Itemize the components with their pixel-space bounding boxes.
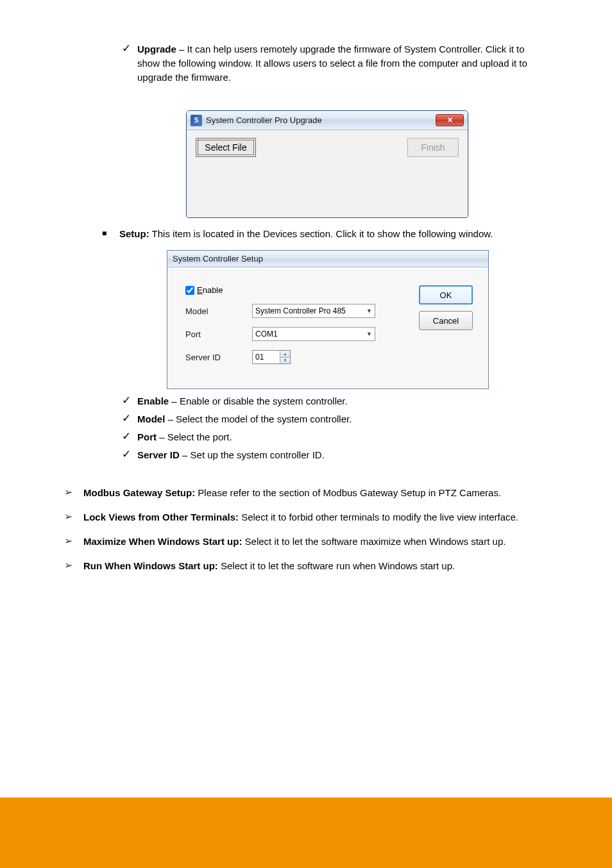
cancel-button[interactable]: Cancel: [419, 311, 473, 330]
setup-window-body: Enable Model System Controller Pro 485 ▼…: [167, 267, 488, 388]
label-model: Model: [185, 306, 252, 316]
stepper-down-icon[interactable]: ▼: [280, 358, 290, 364]
list-item-port: ✓ Port – Select the port.: [122, 430, 548, 444]
model-select[interactable]: System Controller Pro 485 ▼: [252, 304, 375, 318]
arrow-icon: ➢: [64, 485, 83, 499]
upgrade-titlebar: S System Controller Pro Upgrade ✕: [187, 111, 468, 130]
footer-bar: [0, 797, 612, 868]
arrow-icon: ➢: [64, 510, 83, 524]
list-item-enable: ✓ Enable – Enable or disable the system …: [122, 394, 548, 408]
check-icon: ✓: [122, 412, 137, 425]
server-id-value: 01: [253, 351, 280, 363]
setup-text: Setup: This item is located in the Devic…: [119, 227, 493, 241]
select-file-button[interactable]: Select File: [196, 138, 256, 157]
port-select-value: COM1: [255, 330, 278, 338]
close-button[interactable]: ✕: [436, 114, 464, 126]
upgrade-text: Upgrade – It can help users remotely upg…: [137, 42, 548, 85]
arrow-icon: ➢: [64, 534, 83, 548]
check-icon: ✓: [122, 448, 137, 461]
label-port: Port: [185, 330, 252, 339]
list-item-run: ➢ Run When Windows Start up: Select it t…: [64, 558, 548, 574]
check-icon: ✓: [122, 42, 137, 55]
server-id-stepper[interactable]: 01 ▲ ▼: [252, 350, 291, 364]
list-item-model: ✓ Model – Select the model of the system…: [122, 412, 548, 426]
close-icon: ✕: [447, 116, 453, 124]
finish-button: Finish: [407, 138, 459, 157]
chevron-down-icon: ▼: [366, 308, 372, 314]
app-icon: S: [191, 115, 202, 126]
list-item-maximize: ➢ Maximize When Windows Start up: Select…: [64, 534, 548, 549]
upgrade-window: S System Controller Pro Upgrade ✕ Select…: [186, 110, 468, 218]
stepper-up-icon[interactable]: ▲: [280, 351, 290, 358]
port-select[interactable]: COM1 ▼: [252, 327, 375, 341]
square-bullet-icon: ■: [100, 227, 119, 240]
enable-checkbox[interactable]: Enable: [185, 285, 223, 295]
list-item-upgrade: ✓ Upgrade – It can help users remotely u…: [122, 42, 548, 85]
enable-checkbox-input[interactable]: [185, 286, 194, 295]
list-item-lockview: ➢ Lock Views from Other Terminals: Selec…: [64, 510, 548, 525]
arrow-icon: ➢: [64, 558, 83, 572]
list-item-modbus: ➢ Modbus Gateway Setup: Please refer to …: [64, 485, 548, 501]
list-item-serverid: ✓ Server ID – Set up the system controll…: [122, 448, 548, 462]
model-select-value: System Controller Pro 485: [255, 306, 346, 315]
setup-window-title: System Controller Setup: [167, 251, 488, 267]
check-icon: ✓: [122, 430, 137, 443]
list-item-setup: ■ Setup: This item is located in the Dev…: [100, 227, 548, 241]
label-server-id: Server ID: [185, 353, 252, 362]
check-icon: ✓: [122, 394, 137, 407]
ok-button[interactable]: OK: [419, 285, 473, 305]
chevron-down-icon: ▼: [366, 331, 372, 337]
setup-window: System Controller Setup Enable Model Sys…: [167, 250, 489, 389]
upgrade-window-body: Select File Finish: [187, 130, 468, 217]
upgrade-window-title: System Controller Pro Upgrade: [206, 115, 436, 125]
